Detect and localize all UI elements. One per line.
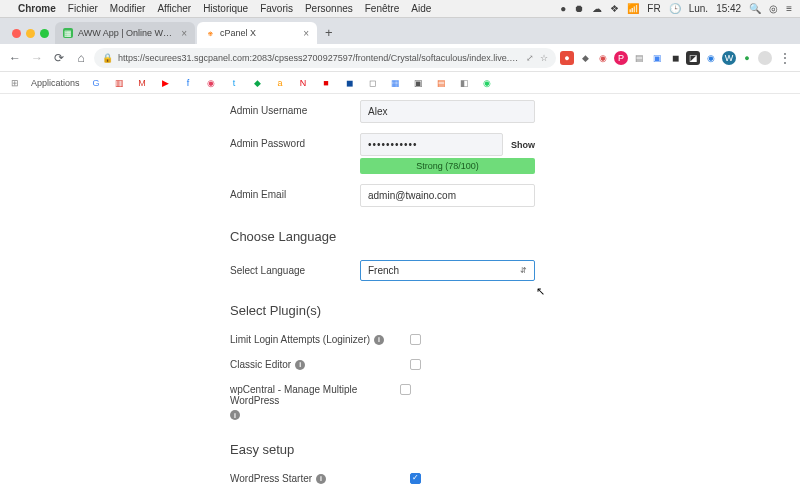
wifi-icon[interactable]: 📶 (627, 3, 639, 14)
back-button[interactable]: ← (6, 49, 24, 67)
left-gutter (0, 94, 230, 500)
info-icon[interactable]: i (374, 335, 384, 345)
plugin-label: wpCentral - Manage Multiple WordPress (230, 384, 400, 406)
bookmark-icon[interactable]: a (274, 76, 287, 89)
tab-favicon-icon: ⎈ (205, 28, 215, 38)
admin-password-label: Admin Password (230, 133, 360, 149)
extension-icon[interactable]: ◪ (686, 51, 700, 65)
extension-icon[interactable]: ● (740, 51, 754, 65)
select-language-label: Select Language (230, 260, 360, 276)
admin-email-input[interactable]: admin@twaino.com (360, 184, 535, 207)
tab-title: AWW App | Online Whiteboar (78, 28, 176, 38)
menu-favoris[interactable]: Favoris (260, 3, 293, 14)
extension-icon[interactable]: ◉ (704, 51, 718, 65)
easy-setup-wp-starter: WordPress Starter i (230, 473, 760, 484)
tab-title: cPanel X (220, 28, 298, 38)
window-close-button[interactable] (12, 29, 21, 38)
info-icon[interactable]: i (295, 360, 305, 370)
menubar-day: Lun. (689, 3, 708, 14)
chrome-menu-button[interactable]: ⋮ (776, 49, 794, 67)
home-button[interactable]: ⌂ (72, 49, 90, 67)
apps-icon[interactable]: ⊞ (8, 76, 21, 89)
omnibox-action-icon[interactable]: ⤢ (526, 53, 534, 63)
page-content: Admin Username Alex Admin Password •••••… (0, 94, 800, 500)
clock-icon: 🕒 (669, 3, 681, 14)
forward-button[interactable]: → (28, 49, 46, 67)
plugin-label: Classic Editor (230, 359, 291, 370)
menu-personnes[interactable]: Personnes (305, 3, 353, 14)
bookmark-icon[interactable]: t (228, 76, 241, 89)
bookmark-icon[interactable]: G (90, 76, 103, 89)
cloud-icon[interactable]: ☁︎ (592, 3, 602, 14)
bookmark-icon[interactable]: M (136, 76, 149, 89)
chevron-updown-icon: ⇵ (520, 266, 527, 275)
reload-button[interactable]: ⟳ (50, 49, 68, 67)
bookmarks-apps-label[interactable]: Applications (31, 78, 80, 88)
macos-menubar: Chrome Fichier Modifier Afficher Histori… (0, 0, 800, 18)
bookmark-icon[interactable]: ◆ (251, 76, 264, 89)
bookmark-icon[interactable]: ◉ (481, 76, 494, 89)
menu-icon[interactable]: ≡ (786, 3, 792, 14)
tab-aww-app[interactable]: ▦ AWW App | Online Whiteboar × (55, 22, 195, 44)
extension-icon[interactable]: ◼ (668, 51, 682, 65)
section-select-plugins: Select Plugin(s) (230, 303, 760, 318)
plugin-wpcentral-checkbox[interactable] (400, 384, 411, 395)
bookmark-icon[interactable]: ▶ (159, 76, 172, 89)
keyboard-lang[interactable]: FR (647, 3, 660, 14)
profile-avatar[interactable] (758, 51, 772, 65)
window-maximize-button[interactable] (40, 29, 49, 38)
menu-modifier[interactable]: Modifier (110, 3, 146, 14)
extension-icon[interactable]: P (614, 51, 628, 65)
info-icon[interactable]: i (316, 474, 326, 484)
field-select-language: Select Language French ⇵ (230, 260, 760, 281)
siri-icon[interactable]: ◎ (769, 3, 778, 14)
bookmark-icon[interactable]: N (297, 76, 310, 89)
bookmark-icon[interactable]: ▣ (412, 76, 425, 89)
admin-username-input[interactable]: Alex (360, 100, 535, 123)
extension-icon[interactable]: ● (560, 51, 574, 65)
menu-aide[interactable]: Aide (411, 3, 431, 14)
tab-close-icon[interactable]: × (303, 28, 309, 39)
bookmark-icon[interactable]: ◻ (366, 76, 379, 89)
assist-icon[interactable]: ❖ (610, 3, 619, 14)
menu-historique[interactable]: Historique (203, 3, 248, 14)
bookmark-icon[interactable]: ▦ (389, 76, 402, 89)
password-show-toggle[interactable]: Show (511, 140, 535, 150)
install-form: Admin Username Alex Admin Password •••••… (230, 94, 800, 500)
plugin-classic-editor-checkbox[interactable] (410, 359, 421, 370)
extension-icon[interactable]: W (722, 51, 736, 65)
bookmark-star-icon[interactable]: ☆ (540, 53, 548, 63)
status-dot-icon: ● (560, 3, 566, 14)
bookmark-icon[interactable]: f (182, 76, 195, 89)
admin-password-input[interactable]: ••••••••••• (360, 133, 503, 156)
extension-icon[interactable]: ▤ (632, 51, 646, 65)
menu-fichier[interactable]: Fichier (68, 3, 98, 14)
bookmark-icon[interactable]: ◧ (458, 76, 471, 89)
tab-close-icon[interactable]: × (181, 28, 187, 39)
menu-afficher[interactable]: Afficher (157, 3, 191, 14)
extension-icon[interactable]: ▣ (650, 51, 664, 65)
menubar-app-name[interactable]: Chrome (18, 3, 56, 14)
new-tab-button[interactable]: + (325, 25, 333, 40)
tab-cpanel[interactable]: ⎈ cPanel X × (197, 22, 317, 44)
plugin-loginizer-checkbox[interactable] (410, 334, 421, 345)
extension-icon[interactable]: ◆ (578, 51, 592, 65)
chrome-tabstrip: ▦ AWW App | Online Whiteboar × ⎈ cPanel … (0, 18, 800, 44)
bookmark-icon[interactable]: ◼ (343, 76, 356, 89)
section-easy-setup: Easy setup (230, 442, 760, 457)
admin-email-label: Admin Email (230, 184, 360, 200)
plugin-loginizer: Limit Login Attempts (Loginizer) i (230, 334, 760, 345)
bookmark-icon[interactable]: ◉ (205, 76, 218, 89)
info-icon[interactable]: i (230, 410, 240, 420)
bookmark-icon[interactable]: ▥ (113, 76, 126, 89)
screencast-icon[interactable]: ⏺ (574, 3, 584, 14)
spotlight-icon[interactable]: 🔍 (749, 3, 761, 14)
bookmark-icon[interactable]: ■ (320, 76, 333, 89)
address-bar[interactable]: 🔒 https://securees31.sgcpanel.com:2083/c… (94, 48, 556, 68)
extension-icon[interactable]: ◉ (596, 51, 610, 65)
window-minimize-button[interactable] (26, 29, 35, 38)
wp-starter-checkbox[interactable] (410, 473, 421, 484)
menu-fenetre[interactable]: Fenêtre (365, 3, 399, 14)
bookmark-icon[interactable]: ▤ (435, 76, 448, 89)
language-select[interactable]: French ⇵ (360, 260, 535, 281)
